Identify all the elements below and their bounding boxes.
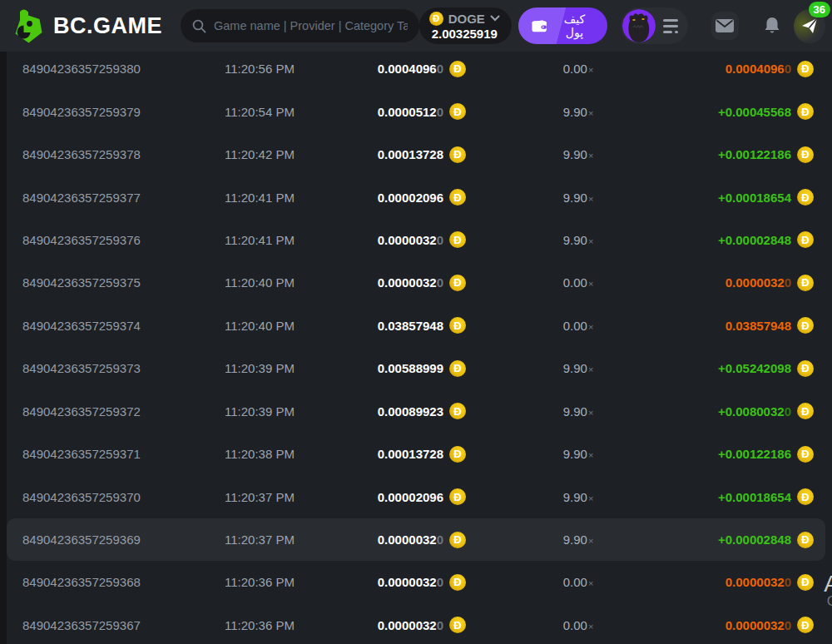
bet-id: 84904236357259374 — [22, 319, 225, 333]
bet-multiplier: 9.90× — [466, 233, 691, 247]
doge-coin-icon: Ð — [449, 360, 466, 377]
game-search-bar[interactable] — [181, 9, 419, 42]
bet-id: 84904236357259375 — [22, 275, 225, 290]
doge-coin-icon: Ð — [449, 532, 466, 548]
bet-id: 84904236357259377 — [22, 191, 225, 205]
bet-amount: 0.00002096 Ð — [320, 488, 466, 505]
table-row[interactable]: 84904236357259367 11:20:36 PM 0.00000320… — [0, 604, 832, 644]
table-row[interactable]: 84904236357259370 11:20:37 PM 0.00002096… — [0, 475, 832, 518]
doge-coin-icon: Ð — [797, 574, 814, 591]
bet-amount: 0.00005120 Ð — [320, 103, 466, 120]
bet-multiplier: 0.00× — [466, 618, 691, 632]
bet-amount: 0.00588999 Ð — [320, 360, 466, 377]
table-row[interactable]: 84904236357259378 11:20:42 PM 0.00013728… — [0, 133, 832, 176]
header-right-cluster: Ð DOGE 2.00325919 کیف پول — [419, 7, 825, 44]
bet-id: 84904236357259370 — [22, 490, 225, 504]
top-header: BC.GAME Ð DOGE 2.00325919 — [0, 0, 832, 52]
table-row[interactable]: 84904236357259374 11:20:40 PM 0.03857948… — [0, 305, 832, 347]
bet-multiplier: 9.90× — [466, 490, 691, 504]
mail-icon — [716, 19, 734, 32]
bet-payout: 0.00000320 Ð — [691, 275, 814, 291]
doge-coin-icon: Ð — [449, 574, 466, 591]
bet-payout: 0.00000320 Ð — [691, 617, 814, 633]
brand-title: BC.GAME — [53, 13, 162, 39]
table-row[interactable]: 84904236357259373 11:20:39 PM 0.00588999… — [0, 347, 832, 389]
bet-time: 11:20:36 PM — [225, 618, 320, 632]
doge-coin-icon: Ð — [797, 617, 814, 633]
table-row[interactable]: 84904236357259368 11:20:36 PM 0.00000320… — [0, 561, 832, 603]
table-row[interactable]: 84904236357259379 11:20:54 PM 0.00005120… — [0, 90, 832, 132]
currency-selector[interactable]: Ð DOGE 2.00325919 — [419, 7, 512, 44]
wallet-button[interactable]: کیف پول — [518, 7, 607, 44]
doge-coin-icon: Ð — [449, 617, 466, 633]
table-row[interactable]: 84904236357259371 11:20:38 PM 0.00013728… — [0, 433, 832, 475]
doge-coin-icon: Ð — [449, 103, 466, 120]
profile-pill — [621, 7, 688, 44]
bet-amount: 0.00013728 Ð — [320, 146, 466, 163]
bet-time: 11:20:40 PM — [225, 319, 320, 333]
doge-coin-icon: Ð — [797, 403, 814, 419]
clipped-text-fragment-small: G — [827, 593, 832, 610]
currency-balance: 2.00325919 — [429, 27, 500, 41]
bet-id: 84904236357259372 — [22, 404, 225, 419]
notifications-button[interactable] — [764, 17, 780, 35]
bet-multiplier: 9.90× — [466, 447, 691, 461]
sidebar-edge-strip — [0, 52, 7, 644]
doge-coin-icon: Ð — [429, 12, 443, 26]
search-input[interactable] — [214, 19, 408, 32]
brand-logo[interactable]: BC.GAME — [12, 7, 162, 44]
avatar[interactable] — [622, 9, 656, 42]
doge-coin-icon: Ð — [449, 446, 466, 463]
table-row[interactable]: 84904236357259375 11:20:40 PM 0.00000320… — [0, 261, 832, 304]
doge-coin-icon: Ð — [797, 532, 814, 548]
menu-icon[interactable] — [663, 19, 678, 33]
bet-payout: +0.00045568 Ð — [691, 103, 814, 120]
bet-amount: 0.00089923 Ð — [320, 403, 466, 419]
messages-button[interactable] — [711, 12, 739, 40]
bell-icon — [764, 17, 780, 35]
bet-amount: 0.00002096 Ð — [320, 189, 466, 206]
bet-time: 11:20:40 PM — [225, 275, 320, 290]
doge-coin-icon: Ð — [797, 275, 814, 291]
doge-coin-icon: Ð — [449, 488, 466, 505]
bet-multiplier: 0.00× — [466, 575, 691, 589]
bet-time: 11:20:54 PM — [225, 105, 320, 119]
bet-multiplier: 9.90× — [466, 105, 691, 119]
bet-payout: +0.00800320 Ð — [691, 403, 814, 419]
send-plane-icon — [800, 17, 819, 35]
bet-payout: +0.00018654 Ð — [691, 189, 814, 206]
doge-coin-icon: Ð — [449, 317, 466, 334]
search-icon — [192, 19, 206, 33]
wallet-button-label: کیف پول — [555, 12, 594, 39]
bet-payout: +0.00002848 Ð — [691, 532, 814, 548]
bet-payout: +0.00018654 Ð — [691, 488, 814, 505]
doge-coin-icon: Ð — [797, 360, 814, 377]
doge-coin-icon: Ð — [797, 103, 814, 120]
chat-button[interactable]: 36 — [794, 9, 825, 43]
bcgame-logo-icon — [12, 7, 45, 44]
doge-coin-icon: Ð — [797, 317, 814, 334]
doge-coin-icon: Ð — [797, 488, 814, 505]
table-row[interactable]: 84904236357259377 11:20:41 PM 0.00002096… — [0, 176, 832, 218]
doge-coin-icon: Ð — [797, 446, 814, 463]
bet-payout: 0.00040960 Ð — [691, 61, 814, 77]
chevron-down-icon — [490, 15, 500, 22]
bet-multiplier: 0.00× — [466, 319, 691, 333]
doge-coin-icon: Ð — [797, 146, 814, 163]
bet-time: 11:20:36 PM — [225, 575, 320, 589]
currency-code: DOGE — [448, 12, 485, 26]
bet-id: 84904236357259379 — [22, 105, 225, 119]
bet-id: 84904236357259376 — [22, 233, 225, 247]
bet-amount: 0.00000320 Ð — [320, 532, 466, 548]
bet-id: 84904236357259367 — [22, 618, 225, 632]
table-row[interactable]: 84904236357259369 11:20:37 PM 0.00000320… — [7, 518, 825, 561]
bet-amount: 0.00000320 Ð — [320, 231, 466, 248]
table-row[interactable]: 84904236357259376 11:20:41 PM 0.00000320… — [0, 219, 832, 261]
table-row[interactable]: 84904236357259380 11:20:56 PM 0.00040960… — [0, 47, 832, 90]
bet-multiplier: 9.90× — [466, 147, 691, 161]
table-row[interactable]: 84904236357259372 11:20:39 PM 0.00089923… — [0, 390, 832, 433]
bet-id: 84904236357259380 — [22, 62, 225, 76]
bet-id: 84904236357259371 — [22, 447, 225, 461]
bet-multiplier: 9.90× — [466, 361, 691, 375]
bet-payout: 0.00000320 Ð — [691, 574, 814, 591]
